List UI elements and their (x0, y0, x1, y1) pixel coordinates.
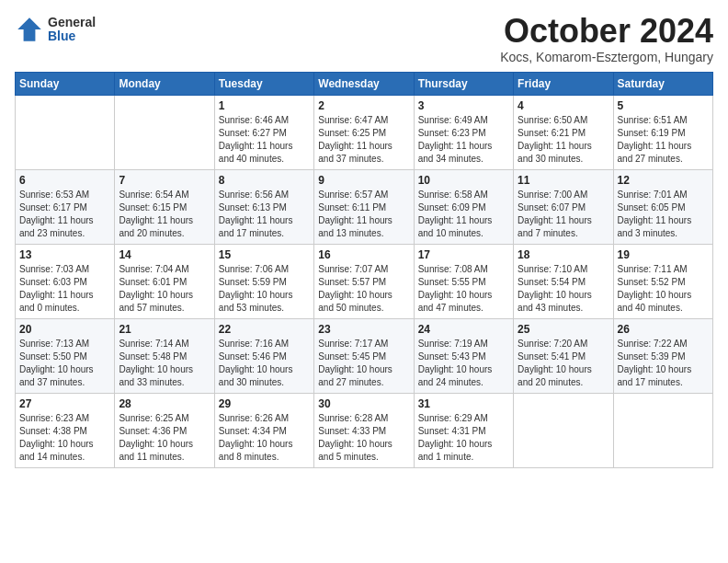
day-detail: Sunrise: 7:11 AM Sunset: 5:52 PM Dayligh… (618, 263, 709, 315)
day-number: 17 (418, 248, 509, 261)
day-number: 19 (618, 248, 709, 261)
day-number: 24 (418, 323, 509, 336)
logo-icon (15, 15, 44, 44)
calendar-week-1: 1Sunrise: 6:46 AM Sunset: 6:27 PM Daylig… (16, 96, 713, 170)
calendar-cell: 6Sunrise: 6:53 AM Sunset: 6:17 PM Daylig… (16, 170, 115, 245)
calendar-cell: 16Sunrise: 7:07 AM Sunset: 5:57 PM Dayli… (314, 245, 414, 319)
calendar-cell: 19Sunrise: 7:11 AM Sunset: 5:52 PM Dayli… (613, 245, 712, 319)
day-detail: Sunrise: 7:00 AM Sunset: 6:07 PM Dayligh… (518, 189, 609, 240)
day-number: 29 (219, 397, 310, 410)
day-detail: Sunrise: 7:17 AM Sunset: 5:45 PM Dayligh… (318, 338, 409, 389)
calendar-cell: 3Sunrise: 6:49 AM Sunset: 6:23 PM Daylig… (414, 96, 513, 170)
day-detail: Sunrise: 7:04 AM Sunset: 6:01 PM Dayligh… (119, 263, 210, 315)
day-number: 16 (318, 248, 409, 261)
header-thursday: Thursday (414, 73, 513, 96)
day-number: 6 (19, 174, 110, 187)
calendar-cell: 5Sunrise: 6:51 AM Sunset: 6:19 PM Daylig… (613, 96, 712, 170)
calendar-cell (16, 96, 115, 170)
day-number: 28 (119, 397, 210, 410)
day-number: 2 (318, 99, 409, 112)
calendar-cell: 13Sunrise: 7:03 AM Sunset: 6:03 PM Dayli… (16, 245, 115, 319)
day-number: 31 (418, 397, 509, 410)
calendar-week-2: 6Sunrise: 6:53 AM Sunset: 6:17 PM Daylig… (16, 170, 713, 245)
day-detail: Sunrise: 7:16 AM Sunset: 5:46 PM Dayligh… (219, 338, 310, 389)
day-number: 4 (518, 99, 609, 112)
day-detail: Sunrise: 7:14 AM Sunset: 5:48 PM Dayligh… (119, 338, 210, 389)
day-number: 23 (318, 323, 409, 336)
calendar-table: SundayMondayTuesdayWednesdayThursdayFrid… (15, 72, 713, 468)
logo-general: General (48, 16, 96, 29)
calendar-cell (613, 394, 712, 468)
page-header: General Blue October 2024 Kocs, Komarom-… (15, 15, 713, 64)
day-number: 12 (618, 174, 709, 187)
calendar-cell: 29Sunrise: 6:26 AM Sunset: 4:34 PM Dayli… (214, 394, 313, 468)
calendar-cell: 11Sunrise: 7:00 AM Sunset: 6:07 PM Dayli… (514, 170, 613, 245)
svg-marker-0 (17, 17, 41, 41)
calendar-header-row: SundayMondayTuesdayWednesdayThursdayFrid… (16, 73, 713, 96)
day-number: 1 (219, 99, 310, 112)
day-number: 10 (418, 174, 509, 187)
calendar-cell: 10Sunrise: 6:58 AM Sunset: 6:09 PM Dayli… (414, 170, 513, 245)
calendar-cell: 17Sunrise: 7:08 AM Sunset: 5:55 PM Dayli… (414, 245, 513, 319)
day-number: 9 (318, 174, 409, 187)
day-number: 18 (518, 248, 609, 261)
calendar-cell (514, 394, 613, 468)
day-number: 15 (219, 248, 310, 261)
calendar-cell: 14Sunrise: 7:04 AM Sunset: 6:01 PM Dayli… (115, 245, 214, 319)
day-detail: Sunrise: 6:50 AM Sunset: 6:21 PM Dayligh… (518, 114, 609, 166)
calendar-cell: 1Sunrise: 6:46 AM Sunset: 6:27 PM Daylig… (214, 96, 313, 170)
calendar-cell: 4Sunrise: 6:50 AM Sunset: 6:21 PM Daylig… (514, 96, 613, 170)
day-detail: Sunrise: 7:20 AM Sunset: 5:41 PM Dayligh… (518, 338, 609, 389)
calendar-cell: 24Sunrise: 7:19 AM Sunset: 5:43 PM Dayli… (414, 319, 513, 394)
header-monday: Monday (115, 73, 214, 96)
day-detail: Sunrise: 6:23 AM Sunset: 4:38 PM Dayligh… (19, 412, 110, 464)
calendar-week-5: 27Sunrise: 6:23 AM Sunset: 4:38 PM Dayli… (16, 394, 713, 468)
calendar-week-3: 13Sunrise: 7:03 AM Sunset: 6:03 PM Dayli… (16, 245, 713, 319)
header-saturday: Saturday (613, 73, 712, 96)
logo-text: General Blue (48, 16, 96, 44)
calendar-cell: 12Sunrise: 7:01 AM Sunset: 6:05 PM Dayli… (613, 170, 712, 245)
day-detail: Sunrise: 7:19 AM Sunset: 5:43 PM Dayligh… (418, 338, 509, 389)
header-wednesday: Wednesday (314, 73, 414, 96)
header-sunday: Sunday (16, 73, 115, 96)
day-detail: Sunrise: 6:49 AM Sunset: 6:23 PM Dayligh… (418, 114, 509, 166)
day-detail: Sunrise: 6:58 AM Sunset: 6:09 PM Dayligh… (418, 189, 509, 240)
day-number: 8 (219, 174, 310, 187)
day-number: 5 (618, 99, 709, 112)
day-number: 25 (518, 323, 609, 336)
day-detail: Sunrise: 7:01 AM Sunset: 6:05 PM Dayligh… (618, 189, 709, 240)
day-detail: Sunrise: 7:13 AM Sunset: 5:50 PM Dayligh… (19, 338, 110, 389)
day-number: 11 (518, 174, 609, 187)
calendar-cell: 18Sunrise: 7:10 AM Sunset: 5:54 PM Dayli… (514, 245, 613, 319)
logo: General Blue (15, 15, 96, 44)
day-number: 3 (418, 99, 509, 112)
day-detail: Sunrise: 6:54 AM Sunset: 6:15 PM Dayligh… (119, 189, 210, 240)
day-number: 21 (119, 323, 210, 336)
calendar-cell: 31Sunrise: 6:29 AM Sunset: 4:31 PM Dayli… (414, 394, 513, 468)
calendar-cell: 25Sunrise: 7:20 AM Sunset: 5:41 PM Dayli… (514, 319, 613, 394)
calendar-cell: 26Sunrise: 7:22 AM Sunset: 5:39 PM Dayli… (613, 319, 712, 394)
calendar-cell: 21Sunrise: 7:14 AM Sunset: 5:48 PM Dayli… (115, 319, 214, 394)
day-detail: Sunrise: 7:08 AM Sunset: 5:55 PM Dayligh… (418, 263, 509, 315)
day-detail: Sunrise: 6:51 AM Sunset: 6:19 PM Dayligh… (618, 114, 709, 166)
logo-blue: Blue (48, 29, 96, 43)
calendar-cell: 28Sunrise: 6:25 AM Sunset: 4:36 PM Dayli… (115, 394, 214, 468)
day-detail: Sunrise: 7:03 AM Sunset: 6:03 PM Dayligh… (19, 263, 110, 315)
title-block: October 2024 Kocs, Komarom-Esztergom, Hu… (500, 15, 713, 64)
calendar-cell: 7Sunrise: 6:54 AM Sunset: 6:15 PM Daylig… (115, 170, 214, 245)
day-number: 26 (618, 323, 709, 336)
day-number: 30 (318, 397, 409, 410)
calendar-week-4: 20Sunrise: 7:13 AM Sunset: 5:50 PM Dayli… (16, 319, 713, 394)
day-detail: Sunrise: 6:56 AM Sunset: 6:13 PM Dayligh… (219, 189, 310, 240)
location-subtitle: Kocs, Komarom-Esztergom, Hungary (500, 50, 713, 64)
day-number: 7 (119, 174, 210, 187)
calendar-cell: 8Sunrise: 6:56 AM Sunset: 6:13 PM Daylig… (214, 170, 313, 245)
day-detail: Sunrise: 6:29 AM Sunset: 4:31 PM Dayligh… (418, 412, 509, 464)
day-detail: Sunrise: 6:46 AM Sunset: 6:27 PM Dayligh… (219, 114, 310, 166)
day-detail: Sunrise: 7:06 AM Sunset: 5:59 PM Dayligh… (219, 263, 310, 315)
month-title: October 2024 (500, 15, 713, 48)
calendar-cell (115, 96, 214, 170)
day-detail: Sunrise: 6:28 AM Sunset: 4:33 PM Dayligh… (318, 412, 409, 464)
day-detail: Sunrise: 7:10 AM Sunset: 5:54 PM Dayligh… (518, 263, 609, 315)
day-detail: Sunrise: 7:07 AM Sunset: 5:57 PM Dayligh… (318, 263, 409, 315)
